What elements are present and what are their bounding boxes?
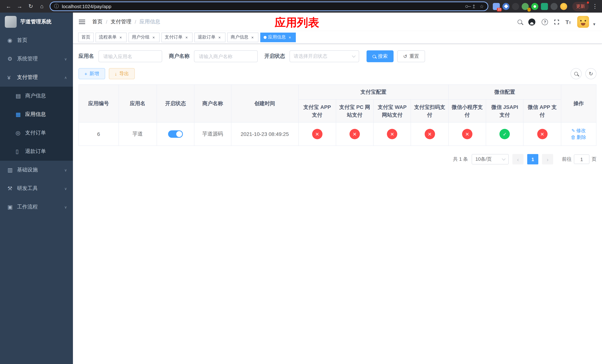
- sidebar-item-home[interactable]: ◉ 首页: [0, 31, 73, 50]
- breadcrumb-payment[interactable]: 支付管理: [111, 19, 131, 25]
- col-header-wechat-jsapi: 微信 JSAPI 支付: [486, 99, 524, 122]
- extension-puzzle-icon[interactable]: 10: [493, 3, 500, 10]
- share-icon[interactable]: ↥: [472, 3, 476, 9]
- next-page-button[interactable]: ›: [542, 154, 553, 164]
- bookmark-star-icon[interactable]: ☆: [480, 3, 484, 9]
- delete-link[interactable]: 删除: [571, 134, 586, 141]
- avatar-caret-icon[interactable]: ▼: [592, 22, 596, 28]
- back-icon[interactable]: ←: [4, 0, 13, 13]
- add-button[interactable]: + 新增: [78, 68, 105, 79]
- search-icon[interactable]: [518, 20, 522, 24]
- tab-close-icon[interactable]: ×: [118, 35, 123, 39]
- status-select[interactable]: 请选择开启状态: [290, 50, 359, 62]
- cell-app-id: 6: [79, 122, 118, 146]
- extension-gray-icon[interactable]: [550, 3, 558, 10]
- table-row: 6 芋道 芋道源码 2021-10-23 08:49:25: [79, 122, 596, 146]
- chevron-down-icon: ∨: [64, 205, 67, 209]
- extension-avatar-icon[interactable]: 1: [522, 3, 529, 10]
- col-header-actions: 操作: [561, 85, 596, 122]
- sidebar-item-payment[interactable]: ¥ 支付管理 ∧: [0, 68, 73, 87]
- tab-app-info[interactable]: 应用信息 ×: [260, 32, 296, 42]
- sidebar-item-merchant-info[interactable]: ▤ 商户信息: [0, 87, 73, 105]
- reload-icon[interactable]: ↻: [26, 0, 35, 13]
- table-toolbar: + 新增 ↓ 导出 ↻: [78, 68, 596, 79]
- tab-close-icon[interactable]: ×: [250, 35, 255, 39]
- sidebar-item-label: 工作流程: [17, 204, 38, 210]
- browser-home-icon[interactable]: ⌂: [37, 0, 47, 13]
- user-avatar[interactable]: [577, 16, 589, 28]
- merchant-name-label: 商户名称: [169, 53, 190, 60]
- sidebar-item-app-info[interactable]: ▦ 应用信息: [0, 105, 73, 124]
- alipay-app-status-icon: [312, 129, 322, 139]
- tab-user-group[interactable]: 用户分组 ×: [129, 32, 160, 42]
- fullscreen-icon[interactable]: [554, 20, 559, 24]
- forward-icon[interactable]: →: [15, 0, 24, 13]
- plus-icon: +: [85, 71, 87, 76]
- extension-green-circle-icon[interactable]: [531, 3, 538, 10]
- tab-close-icon[interactable]: ×: [287, 35, 292, 39]
- sidebar-item-workflow[interactable]: ▣ 工作流程 ∨: [0, 198, 73, 216]
- prev-page-button[interactable]: ‹: [512, 154, 524, 164]
- address-bar[interactable]: ⓘ localhost:1024/pay/app ↥ ☆: [50, 1, 488, 11]
- cell-alipay-app: [298, 122, 336, 146]
- github-icon[interactable]: [528, 18, 536, 25]
- tab-close-icon[interactable]: ×: [217, 35, 222, 39]
- site-info-icon[interactable]: ⓘ: [54, 3, 59, 10]
- browser-toolbar: ← → ↻ ⌂ ⓘ localhost:1024/pay/app ↥ ☆ 10 …: [0, 0, 602, 13]
- help-icon[interactable]: ?: [542, 19, 548, 25]
- sidebar-item-dev-tools[interactable]: ⚒ 研发工具 ∨: [0, 179, 73, 198]
- export-button[interactable]: ↓ 导出: [109, 68, 135, 79]
- status-toggle[interactable]: [168, 130, 183, 138]
- edit-icon: ✎: [571, 128, 575, 133]
- merchant-name-input[interactable]: [194, 50, 258, 62]
- page-size-value: 10条/页: [475, 156, 492, 162]
- page-number-button[interactable]: 1: [527, 154, 538, 164]
- col-header-wechat-app: 微信 APP 支付: [524, 99, 561, 122]
- app-table: 应用编号 应用名 开启状态 商户名称 创建时间 支付宝配置 微信配置 操作 支付…: [78, 85, 596, 146]
- toggle-search-button[interactable]: [570, 68, 582, 79]
- sidebar-item-refund-order[interactable]: ▯ 退款订单: [0, 142, 73, 161]
- extension-green-square-icon[interactable]: [541, 3, 548, 10]
- col-header-merchant-name: 商户名称: [194, 85, 231, 122]
- app-name-input[interactable]: [98, 50, 162, 62]
- tab-process-form[interactable]: 流程表单 ×: [96, 32, 127, 42]
- sidebar-item-label: 商户信息: [25, 93, 46, 99]
- search-button[interactable]: 搜索: [366, 50, 394, 62]
- page-size-select[interactable]: 10条/页: [472, 154, 509, 164]
- tab-home[interactable]: 首页: [78, 32, 94, 42]
- sidebar-item-pay-order[interactable]: ◎ 支付订单: [0, 124, 73, 142]
- tab-merchant-info[interactable]: 商户信息 ×: [227, 32, 258, 42]
- sidebar: 芋道管理系统 ◉ 首页 ⚙ 系统管理 ∨ ¥ 支付管理 ∧ ▤ 商户信息: [0, 13, 73, 364]
- cell-wechat-app: [524, 122, 561, 146]
- update-label: 更新: [576, 3, 585, 10]
- goto-page-input[interactable]: [574, 154, 589, 164]
- sidebar-item-label: 系统管理: [17, 55, 38, 62]
- chevron-down-icon: ∨: [64, 186, 67, 191]
- cell-merchant-name: 芋道源码: [194, 122, 231, 146]
- extension-blue-icon[interactable]: [502, 3, 509, 10]
- extension-dark-icon[interactable]: [512, 3, 519, 10]
- reset-button[interactable]: ↺ 重置: [397, 50, 425, 62]
- app-logo-row[interactable]: 芋道管理系统: [0, 13, 73, 31]
- password-key-icon[interactable]: [466, 5, 468, 8]
- tab-close-icon[interactable]: ×: [151, 35, 156, 39]
- hamburger-icon[interactable]: [79, 18, 86, 26]
- extension-face-icon[interactable]: [560, 3, 567, 10]
- browser-update-button[interactable]: 更新: [572, 2, 589, 11]
- sidebar-item-infrastructure[interactable]: ▥ 基础设施 ∨: [0, 161, 73, 179]
- tab-close-icon[interactable]: ×: [184, 35, 189, 39]
- sidebar-item-system[interactable]: ⚙ 系统管理 ∨: [0, 50, 73, 68]
- refresh-button[interactable]: ↻: [585, 68, 596, 79]
- font-size-icon[interactable]: TT: [566, 19, 571, 25]
- browser-menu-icon[interactable]: ⋮: [592, 3, 598, 10]
- cell-wechat-mini: [449, 122, 486, 146]
- add-button-label: 新增: [89, 70, 99, 77]
- col-header-status: 开启状态: [157, 85, 194, 122]
- tab-label: 商户信息: [231, 34, 248, 40]
- tab-refund-order[interactable]: 退款订单 ×: [194, 32, 226, 42]
- breadcrumb-home[interactable]: 首页: [92, 19, 103, 25]
- cell-status: [157, 122, 194, 146]
- search-icon: [574, 72, 578, 75]
- edit-link[interactable]: ✎ 修改: [571, 127, 586, 134]
- tab-pay-order[interactable]: 支付订单 ×: [161, 32, 193, 42]
